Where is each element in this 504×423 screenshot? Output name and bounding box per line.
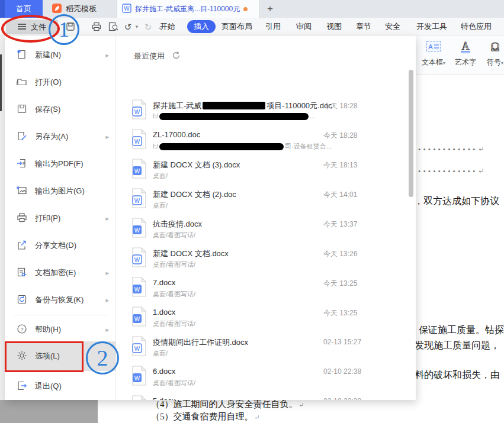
- menu-item-help[interactable]: ? 帮助(H) ▸: [5, 316, 116, 343]
- file-time: 今天 13:37: [323, 219, 357, 230]
- word-file-icon: W: [131, 129, 147, 151]
- menu-item-save[interactable]: 保存(S): [5, 96, 116, 123]
- annotation-step2-number: 2: [97, 345, 108, 371]
- symbol-omega-icon: Ω: [488, 45, 502, 55]
- menu-item-print[interactable]: 打印(P) ▸: [5, 205, 116, 232]
- svg-text:W: W: [124, 5, 130, 12]
- svg-text:P: P: [23, 162, 25, 166]
- svg-text:W: W: [134, 109, 140, 115]
- submenu-arrow-icon: ▸: [105, 215, 109, 222]
- menu-item-label: 分享文档(D): [35, 240, 76, 251]
- submenu-arrow-icon: ▸: [105, 296, 109, 304]
- file-path: 桌面/看图写话/: [153, 290, 195, 299]
- wps-writer-window: 首页 稻壳模板 W 探井施工-武威重离...目-110000元 + 文件: [0, 0, 504, 423]
- tab-docer-templates[interactable]: 稻壳模板: [45, 0, 117, 18]
- exit-icon: [17, 380, 27, 393]
- ribbon-tab-security[interactable]: 安全: [385, 18, 400, 35]
- annotation-step1-circle: 1: [49, 14, 79, 45]
- undo-button[interactable]: ↺: [122, 18, 134, 35]
- recent-file-row[interactable]: W 5.docx 桌面/看图写话/ 02-10 22:38: [116, 395, 415, 400]
- redaction-bar: [159, 113, 309, 120]
- ribbon-tab-references[interactable]: 引用: [265, 18, 281, 35]
- recent-files-scrollbar[interactable]: [409, 70, 413, 197]
- svg-text:W: W: [134, 345, 140, 352]
- wordart-button[interactable]: A 艺术字: [451, 40, 480, 67]
- recent-file-row[interactable]: W 探井施工-武威项目-110000元.doc I:/... 今天 18:28: [116, 99, 415, 128]
- undo-dropdown-caret[interactable]: ▾: [134, 18, 140, 35]
- print-icon: [17, 212, 27, 225]
- file-path: 桌面/: [153, 172, 168, 180]
- menu-item-save-as[interactable]: 另存为(A) ▸: [5, 123, 116, 150]
- word-file-icon: W: [131, 99, 147, 122]
- print-preview-button[interactable]: [107, 18, 120, 35]
- recent-file-row[interactable]: W 新建 DOCX 文档.docx 桌面/看图写话/ 今天 13:26: [116, 247, 415, 276]
- word-file-icon: W: [131, 366, 147, 388]
- ribbon-tab-view[interactable]: 视图: [326, 18, 342, 35]
- ribbon-tab-developer[interactable]: 开发工具: [416, 18, 447, 35]
- export-pdf-icon: P: [17, 158, 27, 170]
- window-edge-strip: [0, 54, 2, 111]
- recent-file-row[interactable]: W 疫情期间出行工作证明.docx 桌面/ 02-13 15:27: [116, 336, 415, 364]
- menu-item-export-pdf[interactable]: P 输出为PDF(F): [5, 150, 116, 177]
- ribbon-tab-special-features[interactable]: 特色应用: [461, 18, 492, 35]
- recent-file-row[interactable]: W 抗击疫情.docx 桌面/看图写话/ 今天 13:37: [116, 218, 415, 246]
- ribbon-tab-review[interactable]: 审阅: [296, 18, 312, 35]
- ribbon-tab-home[interactable]: 开始: [160, 18, 175, 35]
- ribbon-tab-page-layout[interactable]: 页面布局: [221, 18, 252, 35]
- file-name: ZL-17000.doc: [153, 130, 200, 139]
- menu-item-exit[interactable]: 退出(Q): [5, 373, 116, 400]
- recent-file-row[interactable]: W 1.docx 桌面/看图写话/ 今天 13:25: [116, 306, 415, 335]
- recent-file-row[interactable]: W 新建 DOCX 文档 (3).docx 桌面/ 今天 18:13: [116, 159, 415, 187]
- file-path: 桌面/看图写话/: [153, 231, 195, 240]
- menu-item-label: 打印(P): [35, 213, 60, 224]
- save-icon: [17, 104, 27, 116]
- file-path: 桌面/: [153, 349, 168, 358]
- tab-document[interactable]: W 探井施工-武威重离...目-110000元: [117, 0, 260, 18]
- word-file-icon: W: [131, 395, 147, 400]
- unsaved-dot: [243, 7, 248, 11]
- document-page-right-sliver: •••••••••••••↵ •••••••••••••↵ ，双方达成如下协议 …: [416, 75, 504, 400]
- window-tab-bar: 首页 稻壳模板 W 探井施工-武威重离...目-110000元 +: [0, 0, 504, 18]
- svg-text:?: ?: [20, 326, 23, 332]
- word-file-icon: W: [131, 247, 147, 270]
- print-button[interactable]: [90, 18, 103, 35]
- svg-text:Ω: Ω: [491, 40, 500, 53]
- docer-icon: [52, 4, 62, 15]
- menu-item-open[interactable]: 打开(O): [5, 69, 116, 96]
- menu-item-backup[interactable]: 备份与恢复(K) ▸: [5, 286, 116, 314]
- file-time: 今天 13:26: [323, 249, 357, 259]
- svg-text:A: A: [462, 40, 470, 52]
- recent-file-row[interactable]: W 7.docx 桌面/看图写话/ 今天 13:25: [116, 277, 415, 305]
- textbox-button[interactable]: A 文本框▾: [419, 40, 448, 67]
- menu-item-encrypt[interactable]: 文档加密(E) ▸: [5, 259, 116, 286]
- document-list-item-5: （5）交通食宿费用自理。↵: [151, 411, 260, 422]
- word-file-icon: W: [131, 159, 147, 181]
- menu-item-export-image[interactable]: 输出为图片(G): [5, 177, 116, 205]
- recent-file-row[interactable]: W ZL-17000.doc I:/司-设备租赁合... 今天 18:28: [116, 129, 415, 157]
- svg-text:W: W: [134, 375, 140, 382]
- file-path: 桌面/看图写话/: [153, 319, 195, 328]
- wordart-icon: A: [458, 45, 473, 55]
- svg-text:W: W: [134, 316, 140, 322]
- menu-item-new[interactable]: 新建(N) ▸: [5, 41, 116, 69]
- file-path: 桌面/看图写话/: [153, 260, 195, 269]
- annotation-step2-circle: 2: [86, 341, 119, 374]
- file-path: 桌面/看图写话/: [153, 379, 195, 388]
- symbol-button[interactable]: Ω 符号▾: [481, 40, 504, 67]
- recent-file-row[interactable]: W 新建 DOCX 文档 (2).doc 桌面/ 今天 14:01: [116, 188, 415, 217]
- word-doc-icon: W: [122, 4, 131, 15]
- ribbon-tab-insert-active[interactable]: 插入: [187, 20, 216, 33]
- file-time: 今天 18:28: [323, 131, 357, 141]
- ribbon-tab-section[interactable]: 章节: [356, 18, 371, 35]
- menu-item-label: 退出(Q): [35, 381, 62, 392]
- recent-file-row[interactable]: W 6.docx 桌面/看图写话/ 02-10 22:38: [116, 366, 415, 394]
- menu-item-share[interactable]: 分享文档(D): [5, 232, 116, 259]
- refresh-icon[interactable]: [172, 51, 181, 62]
- document-text-line: 保证施工质量。钻探: [419, 324, 504, 337]
- redaction-bar: [203, 102, 265, 109]
- submenu-arrow-icon: ▸: [105, 269, 109, 277]
- word-file-icon: W: [131, 218, 147, 240]
- new-tab-button[interactable]: +: [263, 2, 277, 16]
- redo-button[interactable]: ↻: [142, 18, 154, 35]
- document-text-line: 料的破坏和损失，由: [416, 369, 500, 382]
